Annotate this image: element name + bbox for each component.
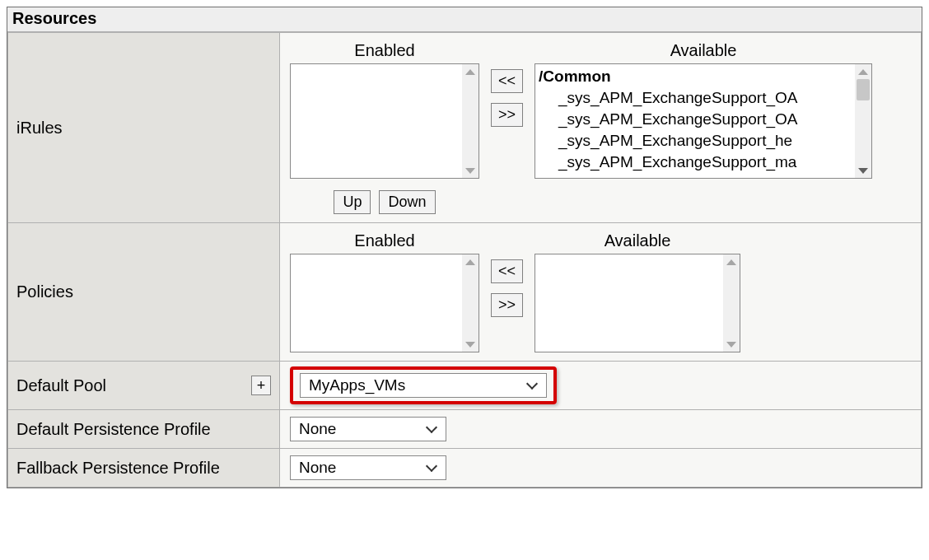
fallback-persistence-value: None (299, 459, 336, 477)
irules-down-button[interactable]: Down (379, 190, 435, 214)
chevron-down-icon (531, 381, 539, 390)
scroll-up-icon (465, 69, 475, 75)
default-pool-value: MyApps_VMs (309, 376, 405, 394)
default-pool-label-cell: Default Pool + (8, 362, 280, 410)
irules-label: iRules (8, 33, 280, 223)
scroll-down-icon (858, 168, 868, 174)
policies-dual-list: Enabled << (290, 231, 911, 352)
irules-cell: Enabled Up Down (280, 33, 922, 223)
policies-label: Policies (8, 223, 280, 362)
default-persistence-value: None (299, 420, 336, 438)
policies-enabled-header: Enabled (354, 231, 414, 250)
chevron-down-icon (431, 464, 439, 472)
scrollbar[interactable] (723, 254, 740, 352)
list-item[interactable]: _sys_APM_ExchangeSupport_OA (539, 109, 868, 130)
default-persistence-cell: None (280, 410, 922, 449)
default-pool-select[interactable]: MyApps_VMs (300, 373, 547, 398)
irules-available-col: Available /Common _sys_APM_ExchangeSuppo… (535, 41, 872, 179)
scroll-thumb[interactable] (857, 79, 870, 100)
irules-available-listbox[interactable]: /Common _sys_APM_ExchangeSupport_OA _sys… (535, 63, 872, 179)
default-pool-highlight: MyApps_VMs (290, 366, 557, 404)
default-pool-add-button[interactable]: + (251, 376, 271, 395)
default-persistence-label: Default Persistence Profile (8, 410, 280, 449)
policies-available-listbox[interactable] (535, 254, 740, 352)
scroll-up-icon (726, 259, 736, 265)
default-pool-cell: MyApps_VMs (280, 362, 922, 410)
scroll-up-icon (858, 69, 868, 75)
resources-panel: Resources iRules Enabled (7, 7, 922, 488)
irules-mover-col: << >> (491, 41, 523, 127)
irules-dual-list: Enabled Up Down (290, 41, 911, 214)
irules-enabled-header: Enabled (354, 41, 414, 60)
scroll-down-icon (465, 342, 475, 348)
scrollbar[interactable] (462, 64, 479, 178)
irules-enabled-col: Enabled Up Down (290, 41, 479, 214)
list-item[interactable]: _sys_APM_ExchangeSupport_he (539, 130, 868, 152)
fallback-persistence-select[interactable]: None (290, 455, 446, 480)
list-item[interactable]: _sys_APM_ExchangeSupport_OA (539, 87, 868, 109)
fallback-persistence-label: Fallback Persistence Profile (8, 449, 280, 488)
policies-enabled-listbox[interactable] (290, 254, 479, 352)
chevron-down-icon (431, 425, 439, 433)
policies-move-left-button[interactable]: << (491, 259, 523, 283)
fallback-persistence-cell: None (280, 449, 922, 488)
scrollbar[interactable] (462, 254, 479, 352)
scrollbar[interactable] (855, 64, 871, 178)
policies-enabled-col: Enabled (290, 231, 479, 352)
scroll-up-icon (465, 259, 475, 265)
resources-table: iRules Enabled (7, 32, 922, 488)
irules-move-left-button[interactable]: << (491, 69, 523, 93)
policies-available-header: Available (605, 231, 671, 250)
irules-available-header: Available (670, 41, 737, 60)
policies-mover-col: << >> (491, 231, 523, 317)
policies-cell: Enabled << (280, 223, 922, 362)
default-pool-label: Default Pool (16, 376, 106, 395)
scroll-down-icon (465, 168, 475, 174)
irules-enabled-listbox[interactable] (290, 63, 479, 179)
policies-move-right-button[interactable]: >> (491, 293, 523, 317)
panel-title: Resources (7, 7, 922, 32)
irules-available-group: /Common (539, 66, 868, 87)
irules-up-button[interactable]: Up (334, 190, 371, 214)
scroll-down-icon (726, 342, 736, 348)
default-persistence-select[interactable]: None (290, 417, 446, 441)
irules-move-right-button[interactable]: >> (491, 103, 523, 127)
irules-updown-row: Up Down (334, 190, 435, 214)
policies-available-col: Available (535, 231, 740, 352)
list-item[interactable]: _sys_APM_ExchangeSupport_ma (539, 152, 868, 173)
